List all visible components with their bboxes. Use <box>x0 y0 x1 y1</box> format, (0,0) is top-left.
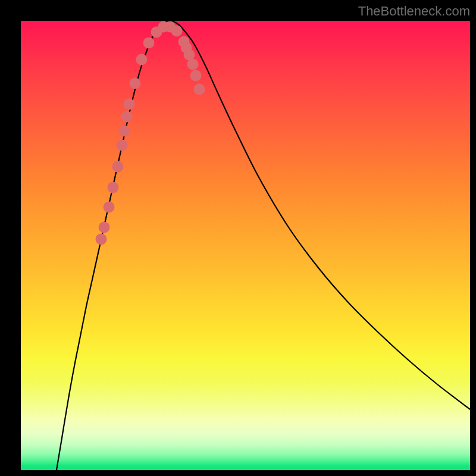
marker-dot <box>124 99 135 110</box>
marker-dot <box>104 202 115 213</box>
watermark-text: TheBottleneck.com <box>358 4 470 19</box>
bottleneck-curve <box>57 21 470 470</box>
chart-svg <box>21 21 470 470</box>
marker-dot <box>96 234 107 245</box>
marker-dot <box>187 59 199 70</box>
marker-dot <box>121 111 133 123</box>
marker-dot <box>143 37 155 49</box>
marker-dot <box>171 26 183 37</box>
marker-dot <box>108 182 119 193</box>
highlight-markers <box>96 21 205 245</box>
marker-dot <box>130 78 141 89</box>
plot-area <box>21 21 470 470</box>
marker-dot <box>136 54 148 65</box>
marker-dot <box>117 140 128 151</box>
marker-dot <box>119 126 130 137</box>
marker-dot <box>112 161 124 173</box>
chart-frame: TheBottleneck.com <box>0 0 476 476</box>
marker-dot <box>190 70 202 82</box>
marker-dot <box>99 222 110 233</box>
marker-dot <box>194 84 205 95</box>
